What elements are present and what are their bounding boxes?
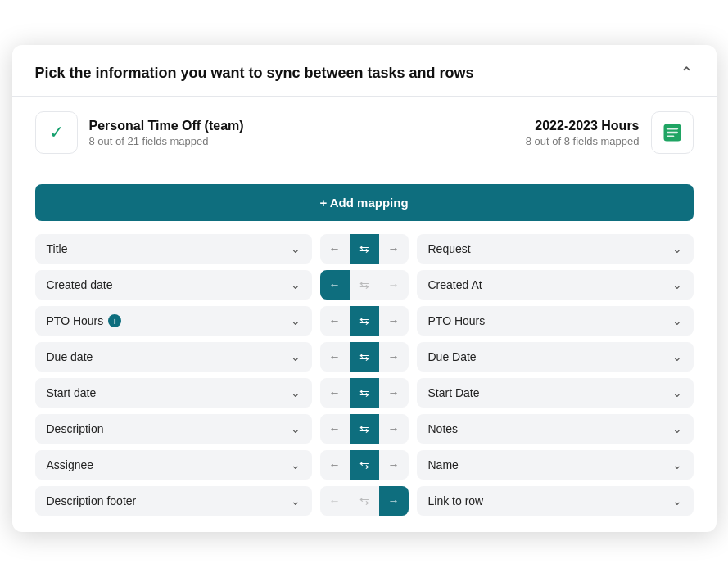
- left-field-label: Assignee: [47, 458, 94, 471]
- sources-row: ✓ Personal Time Off (team) 8 out of 21 f…: [12, 97, 717, 169]
- sync-controls-3: ←⇆→: [320, 342, 409, 372]
- right-chevron-icon: ⌄: [672, 422, 682, 435]
- left-field-0[interactable]: Title ⌄: [35, 234, 312, 264]
- mapping-row: Description footer ⌄ ←⇆→ Link to row ⌄: [35, 486, 694, 516]
- bidirectional-sync-button[interactable]: ⇆: [350, 234, 379, 264]
- add-mapping-button[interactable]: + Add mapping: [35, 184, 694, 221]
- left-chevron-icon: ⌄: [291, 350, 301, 363]
- right-field-6[interactable]: Name ⌄: [417, 450, 694, 480]
- mapping-row: Assignee ⌄ ←⇆→ Name ⌄: [35, 450, 694, 480]
- destination-info: 2022-2023 Hours 8 out of 8 fields mapped: [526, 111, 694, 154]
- right-field-5[interactable]: Notes ⌄: [417, 414, 694, 444]
- right-field-2[interactable]: PTO Hours ⌄: [417, 306, 694, 336]
- left-field-label: Description footer: [47, 494, 137, 507]
- right-arrow-button[interactable]: →: [379, 378, 409, 408]
- left-arrow-button[interactable]: ←: [320, 450, 350, 480]
- sync-controls-7: ←⇆→: [320, 486, 409, 516]
- left-arrow-button[interactable]: ←: [320, 486, 350, 516]
- svg-rect-3: [667, 132, 678, 133]
- left-field-5[interactable]: Description ⌄: [35, 414, 312, 444]
- right-arrow-button[interactable]: →: [379, 450, 409, 480]
- left-chevron-icon: ⌄: [291, 458, 301, 471]
- bidirectional-sync-button[interactable]: ⇆: [350, 378, 379, 408]
- mapping-row: PTO Hours i ⌄ ←⇆→ PTO Hours ⌄: [35, 306, 694, 336]
- left-field-1[interactable]: Created date ⌄: [35, 270, 312, 300]
- left-field-label: Title: [47, 242, 68, 255]
- source-details: Personal Time Off (team) 8 out of 21 fie…: [89, 119, 244, 147]
- left-arrow-button[interactable]: ←: [320, 306, 350, 336]
- bidirectional-sync-button[interactable]: ⇆: [350, 486, 379, 516]
- sync-controls-2: ←⇆→: [320, 306, 409, 336]
- right-chevron-icon: ⌄: [672, 242, 682, 255]
- bidirectional-sync-button[interactable]: ⇆: [350, 270, 379, 300]
- right-field-label: Name: [428, 458, 459, 471]
- source-icon-box: ✓: [35, 111, 78, 154]
- sync-controls-1: ←⇆→: [320, 270, 409, 300]
- right-arrow-button[interactable]: →: [379, 234, 409, 264]
- left-field-2[interactable]: PTO Hours i ⌄: [35, 306, 312, 336]
- right-field-3[interactable]: Due Date ⌄: [417, 342, 694, 372]
- destination-details: 2022-2023 Hours 8 out of 8 fields mapped: [526, 119, 640, 147]
- left-field-3[interactable]: Due date ⌄: [35, 342, 312, 372]
- left-field-label: Due date: [47, 350, 93, 363]
- right-field-label: Notes: [428, 422, 459, 435]
- sync-controls-5: ←⇆→: [320, 414, 409, 444]
- left-chevron-icon: ⌄: [291, 494, 301, 507]
- source-sub: 8 out of 21 fields mapped: [89, 135, 244, 147]
- close-icon[interactable]: ⌃: [680, 63, 694, 83]
- right-field-label: Request: [428, 242, 471, 255]
- right-field-label: PTO Hours: [428, 314, 486, 327]
- bidirectional-sync-button[interactable]: ⇆: [350, 342, 379, 372]
- checkmark-icon: ✓: [49, 122, 64, 143]
- destination-sub: 8 out of 8 fields mapped: [526, 135, 640, 147]
- sync-controls-0: ←⇆→: [320, 234, 409, 264]
- right-arrow-button[interactable]: →: [379, 342, 409, 372]
- bidirectional-sync-button[interactable]: ⇆: [350, 450, 379, 480]
- left-arrow-button[interactable]: ←: [320, 270, 350, 300]
- modal-title: Pick the information you want to sync be…: [35, 65, 474, 82]
- right-field-1[interactable]: Created At ⌄: [417, 270, 694, 300]
- bidirectional-sync-button[interactable]: ⇆: [350, 414, 379, 444]
- right-arrow-button[interactable]: →: [379, 414, 409, 444]
- destination-name: 2022-2023 Hours: [526, 119, 640, 133]
- right-chevron-icon: ⌄: [672, 458, 682, 471]
- destination-icon-box: [651, 111, 694, 154]
- left-arrow-button[interactable]: ←: [320, 414, 350, 444]
- left-chevron-icon: ⌄: [291, 314, 301, 327]
- mappings-list: Title ⌄ ←⇆→ Request ⌄ Created date ⌄ ←⇆→…: [12, 229, 717, 532]
- mapping-row: Start date ⌄ ←⇆→ Start Date ⌄: [35, 378, 694, 408]
- left-chevron-icon: ⌄: [291, 386, 301, 399]
- left-field-label: Description: [47, 422, 104, 435]
- left-arrow-button[interactable]: ←: [320, 378, 350, 408]
- right-chevron-icon: ⌄: [672, 278, 682, 291]
- right-arrow-button[interactable]: →: [379, 270, 409, 300]
- mapping-row: Due date ⌄ ←⇆→ Due Date ⌄: [35, 342, 694, 372]
- left-arrow-button[interactable]: ←: [320, 342, 350, 372]
- right-arrow-button[interactable]: →: [379, 486, 409, 516]
- right-arrow-button[interactable]: →: [379, 306, 409, 336]
- right-field-7[interactable]: Link to row ⌄: [417, 486, 694, 516]
- mapping-row: Description ⌄ ←⇆→ Notes ⌄: [35, 414, 694, 444]
- right-field-label: Created At: [428, 278, 482, 291]
- modal-header: Pick the information you want to sync be…: [12, 45, 717, 97]
- left-field-6[interactable]: Assignee ⌄: [35, 450, 312, 480]
- svg-rect-4: [667, 136, 674, 137]
- left-arrow-button[interactable]: ←: [320, 234, 350, 264]
- left-field-4[interactable]: Start date ⌄: [35, 378, 312, 408]
- right-chevron-icon: ⌄: [672, 350, 682, 363]
- source-info: ✓ Personal Time Off (team) 8 out of 21 f…: [35, 111, 244, 154]
- right-field-4[interactable]: Start Date ⌄: [417, 378, 694, 408]
- mapping-row: Created date ⌄ ←⇆→ Created At ⌄: [35, 270, 694, 300]
- left-field-label: Start date: [47, 386, 97, 399]
- info-icon[interactable]: i: [108, 314, 121, 327]
- bidirectional-sync-button[interactable]: ⇆: [350, 306, 379, 336]
- right-field-0[interactable]: Request ⌄: [417, 234, 694, 264]
- sync-modal: Pick the information you want to sync be…: [12, 45, 717, 532]
- left-field-7[interactable]: Description footer ⌄: [35, 486, 312, 516]
- left-chevron-icon: ⌄: [291, 278, 301, 291]
- mapping-row: Title ⌄ ←⇆→ Request ⌄: [35, 234, 694, 264]
- left-chevron-icon: ⌄: [291, 242, 301, 255]
- svg-rect-2: [667, 128, 678, 129]
- left-field-label: PTO Hours i: [47, 314, 122, 327]
- left-field-label: Created date: [47, 278, 113, 291]
